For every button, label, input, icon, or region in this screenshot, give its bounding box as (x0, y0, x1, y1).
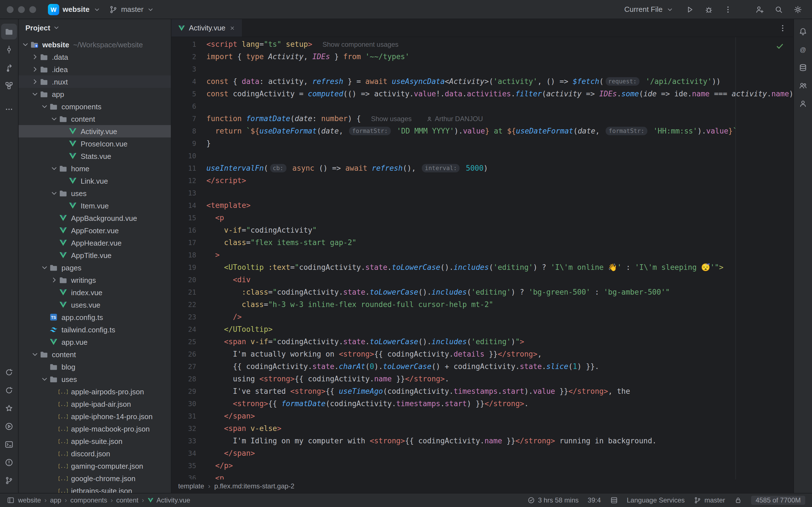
tree-item-app[interactable]: app (18, 88, 171, 100)
layout-widget[interactable] (610, 496, 618, 504)
breadcrumb-template[interactable]: template (178, 482, 204, 490)
chevron-right-icon[interactable] (50, 276, 59, 284)
tree-item-content[interactable]: content (18, 113, 171, 125)
chevron-down-icon[interactable] (31, 350, 40, 359)
more-tool-windows-button[interactable] (1, 101, 17, 117)
tree-item-index-vue[interactable]: index.vue (18, 286, 171, 298)
pull-requests-toolwindow-button[interactable] (1, 60, 17, 75)
tree-item-content[interactable]: content (18, 348, 171, 360)
tree-item-jetbrains-suite-json[interactable]: {..}jetbrains-suite.json (18, 485, 171, 493)
language-services-widget[interactable]: Language Services (627, 496, 685, 504)
tab-activity-vue[interactable]: Activity.vue (171, 19, 242, 37)
code-lines[interactable]: <script lang="ts" setup>Show component u… (203, 38, 794, 480)
breadcrumb-p-flex-md-items-start-gap-2[interactable]: p.flex.md:items-start.gap-2 (214, 482, 294, 490)
code-with-me-button[interactable] (752, 2, 767, 17)
chevron-right-icon[interactable] (31, 52, 40, 61)
services-toolwindow-button[interactable] (1, 418, 17, 434)
structure-toolwindow-button[interactable] (1, 78, 17, 94)
tree-item-blog[interactable]: blog (18, 360, 171, 373)
profile-toolwindow-button[interactable] (795, 96, 811, 112)
tree-item-discord-json[interactable]: {..}discord.json (18, 447, 171, 460)
tree-item-item-vue[interactable]: Item.vue (18, 200, 171, 212)
chevron-right-icon[interactable] (31, 77, 40, 86)
code-editor[interactable]: 1234567891011121314151617181920212223242… (171, 37, 794, 480)
usages-inlay-hint[interactable]: Show component usages (322, 41, 399, 48)
chevron-down-icon[interactable] (50, 164, 59, 173)
tree-item-appbackground-vue[interactable]: AppBackground.vue (18, 212, 171, 224)
sync-tool-2-button[interactable] (1, 383, 17, 398)
memory-indicator[interactable]: 4585 of 7700M (751, 496, 805, 505)
mentions-button[interactable]: @ (795, 42, 811, 57)
inspections-widget[interactable] (775, 42, 784, 51)
tree-item-data[interactable]: .data (18, 51, 171, 63)
time-tracker-widget[interactable]: 3 hrs 58 mins (527, 496, 578, 504)
tree-item-link-vue[interactable]: Link.vue (18, 175, 171, 187)
close-window-button[interactable] (7, 6, 13, 13)
tree-item-idea[interactable]: .idea (18, 63, 171, 75)
close-tab-icon[interactable] (229, 24, 236, 31)
tree-item-home[interactable]: home (18, 162, 171, 175)
tree-item-proseicon-vue[interactable]: ProseIcon.vue (18, 137, 171, 150)
status-path-app[interactable]: app (50, 496, 61, 504)
chevron-down-icon[interactable] (40, 263, 49, 272)
tree-item-apple-macbook-pro-json[interactable]: {..}apple-macbook-pro.json (18, 422, 171, 435)
tree-item-apple-ipad-air-json[interactable]: {..}apple-ipad-air.json (18, 398, 171, 410)
author-inlay-hint[interactable]: Arthur DANJOU (426, 115, 483, 123)
settings-button[interactable] (791, 2, 805, 17)
caret-position-widget[interactable]: 39:4 (588, 496, 601, 504)
project-panel-header[interactable]: Project (18, 19, 171, 36)
notifications-button[interactable] (795, 24, 811, 40)
status-path-content[interactable]: content (116, 496, 139, 504)
tree-item-apple-suite-json[interactable]: {..}apple-suite.json (18, 435, 171, 447)
tree-item-appfooter-vue[interactable]: AppFooter.vue (18, 224, 171, 237)
chevron-down-icon[interactable] (50, 114, 59, 123)
usages-inlay-hint[interactable]: Show usages (371, 115, 412, 123)
tree-item-activity-vue[interactable]: Activity.vue (18, 125, 171, 137)
status-path-components[interactable]: components (70, 496, 107, 504)
search-everywhere-button[interactable] (771, 2, 786, 17)
minimize-window-button[interactable] (18, 6, 25, 13)
chevron-down-icon[interactable] (40, 375, 49, 384)
run-configuration-selector[interactable]: Current File (620, 3, 678, 15)
tree-item-nuxt[interactable]: .nuxt (18, 75, 171, 88)
sync-tool-1-button[interactable] (1, 364, 17, 380)
project-toolwindow-button[interactable] (1, 24, 17, 40)
tree-item-apple-iphone-14-pro-json[interactable]: {..}apple-iphone-14-pro.json (18, 410, 171, 422)
database-toolwindow-button[interactable] (795, 60, 811, 75)
tree-item-uses[interactable]: uses (18, 373, 171, 385)
chevron-right-icon[interactable] (31, 65, 40, 74)
tree-item-uses[interactable]: uses (18, 187, 171, 200)
chevron-down-icon[interactable] (40, 102, 49, 111)
status-path-activity-vue[interactable]: Activity.vue (147, 496, 190, 504)
branch-widget[interactable]: master (694, 496, 725, 504)
tree-item-gaming-computer-json[interactable]: {..}gaming-computer.json (18, 460, 171, 472)
tree-item-apple-airpods-pro-json[interactable]: {..}apple-airpods-pro.json (18, 385, 171, 398)
branch-selector[interactable]: master (105, 3, 158, 15)
more-actions-button[interactable] (721, 2, 735, 17)
tree-item-apptitle-vue[interactable]: AppTitle.vue (18, 249, 171, 262)
zoom-window-button[interactable] (29, 6, 36, 13)
tree-item-appheader-vue[interactable]: AppHeader.vue (18, 237, 171, 249)
chevron-down-icon[interactable] (31, 90, 40, 99)
chevron-down-icon[interactable] (21, 40, 30, 49)
problems-toolwindow-button[interactable] (1, 455, 17, 470)
chevron-down-icon[interactable] (50, 189, 59, 198)
tree-item-tailwind-config-ts[interactable]: tailwind.config.ts (18, 323, 171, 336)
favorites-toolwindow-button[interactable] (1, 400, 17, 416)
tree-item-pages[interactable]: pages (18, 262, 171, 274)
lock-widget[interactable] (734, 496, 742, 504)
tree-item-website[interactable]: website~/Workspace/website (18, 38, 171, 51)
collaboration-toolwindow-button[interactable] (795, 78, 811, 94)
tree-item-components[interactable]: components (18, 100, 171, 113)
project-selector[interactable]: W website (44, 2, 105, 17)
tree-item-app-vue[interactable]: app.vue (18, 336, 171, 348)
status-path-website[interactable]: website (18, 496, 41, 504)
tree-item-stats-vue[interactable]: Stats.vue (18, 150, 171, 162)
tree-item-app-config-ts[interactable]: TSapp.config.ts (18, 311, 171, 323)
commit-toolwindow-button[interactable] (1, 42, 17, 57)
terminal-toolwindow-button[interactable] (1, 437, 17, 452)
tree-item-writings[interactable]: writings (18, 274, 171, 286)
editor-options-button[interactable] (775, 20, 790, 35)
tree-item-google-chrome-json[interactable]: {..}google-chrome.json (18, 472, 171, 485)
version-control-toolwindow-button[interactable] (1, 473, 17, 489)
